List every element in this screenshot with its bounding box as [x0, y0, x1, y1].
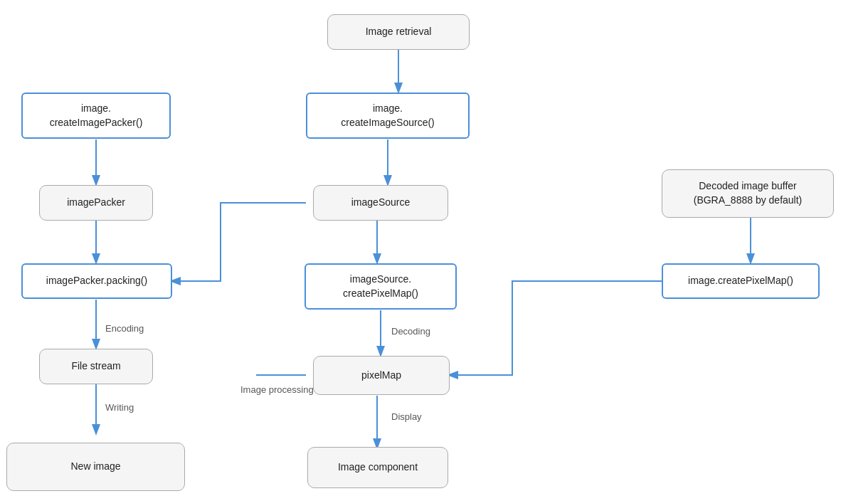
encoding-label: Encoding	[105, 323, 144, 334]
create-image-packer-label: image.createImagePacker()	[50, 102, 143, 130]
create-pixel-map-src-node: imageSource.createPixelMap()	[305, 263, 457, 310]
image-component-node: Image component	[307, 447, 448, 488]
create-pixel-map-img-label: image.createPixelMap()	[688, 274, 793, 288]
image-packer-packing-label: imagePacker.packing()	[46, 274, 147, 288]
create-image-packer-node: image.createImagePacker()	[21, 93, 171, 139]
writing-label: Writing	[105, 402, 134, 413]
image-source-label: imageSource	[351, 196, 411, 210]
image-source-node: imageSource	[313, 185, 448, 221]
create-pixel-map-img-node: image.createPixelMap()	[662, 263, 820, 299]
create-image-source-node: image.createImageSource()	[306, 93, 470, 139]
create-pixel-map-src-label: imageSource.createPixelMap()	[343, 273, 418, 300]
create-image-source-label: image.createImageSource()	[341, 102, 435, 130]
image-packer-node: imagePacker	[39, 185, 153, 221]
arrows-svg	[0, 0, 868, 501]
decoding-label: Decoding	[391, 326, 430, 337]
file-stream-node: File stream	[39, 349, 153, 384]
display-label: Display	[391, 411, 422, 422]
image-retrieval-label: Image retrieval	[366, 25, 432, 39]
new-image-label: New image	[70, 460, 120, 474]
pixel-map-label: pixelMap	[361, 369, 401, 383]
image-packer-label: imagePacker	[67, 196, 125, 210]
new-image-node: New image	[6, 443, 185, 491]
image-component-label: Image component	[338, 460, 418, 475]
pixel-map-node: pixelMap	[313, 356, 450, 395]
decoded-image-buffer-node: Decoded image buffer(BGRA_8888 by defaul…	[662, 169, 834, 218]
image-processing-label: Image processing	[240, 384, 314, 395]
diagram: Image retrieval image.createImageSource(…	[0, 0, 868, 501]
file-stream-label: File stream	[71, 359, 120, 374]
image-packer-packing-node: imagePacker.packing()	[21, 263, 172, 299]
decoded-image-buffer-label: Decoded image buffer(BGRA_8888 by defaul…	[694, 179, 803, 207]
image-retrieval-node: Image retrieval	[327, 14, 470, 50]
